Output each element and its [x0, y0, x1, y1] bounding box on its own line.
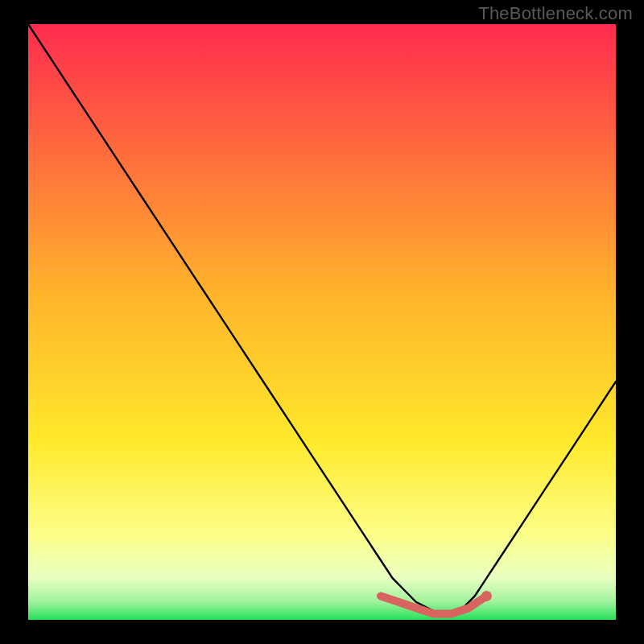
watermark-text: TheBottleneck.com	[478, 3, 633, 24]
chart-background	[28, 24, 616, 620]
chart-frame: TheBottleneck.com	[0, 0, 644, 644]
optimal-point-marker	[481, 591, 492, 601]
bottleneck-chart	[28, 24, 616, 620]
